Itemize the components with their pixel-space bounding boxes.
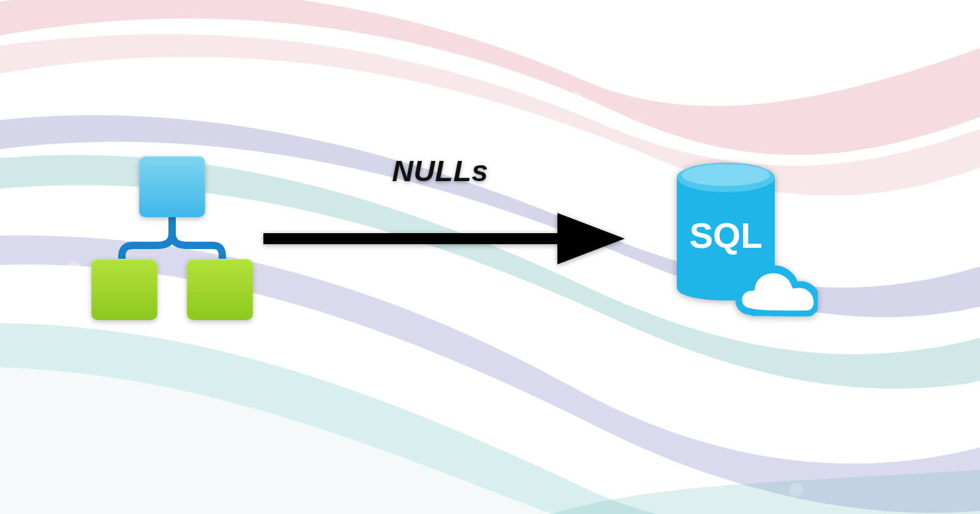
flow-top-box-icon [139,156,205,217]
flow-right-box-icon [187,259,253,320]
sql-text: SQL [689,215,762,255]
flow-left-box-icon [91,259,157,320]
diagram-container: NULLs SQL [0,0,980,514]
sql-database-cloud-icon: SQL [658,153,818,337]
svg-marker-14 [557,213,625,264]
logic-app-flow-icon [89,156,260,327]
arrow-label: NULLs [392,154,488,188]
svg-point-16 [682,164,770,186]
arrow-right-icon [257,208,625,269]
